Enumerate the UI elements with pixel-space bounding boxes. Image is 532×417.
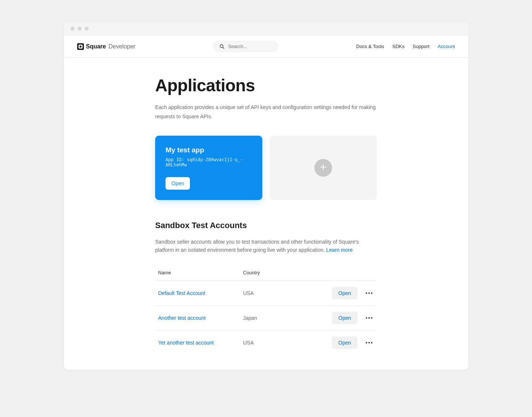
search-wrap xyxy=(143,41,349,52)
app-card-name: My test app xyxy=(166,146,252,154)
sandbox-title: Sandbox Test Accounts xyxy=(155,221,377,230)
more-icon[interactable] xyxy=(364,340,374,345)
add-app-card[interactable] xyxy=(270,136,377,200)
app-open-button[interactable]: Open xyxy=(166,177,190,190)
add-circle xyxy=(314,159,332,177)
traffic-light-close[interactable] xyxy=(71,27,75,31)
page-description: Each application provides a unique set o… xyxy=(155,103,377,121)
table-row: Another test account Japan Open xyxy=(155,306,377,330)
brand-name: Square xyxy=(86,43,106,50)
search-input[interactable] xyxy=(228,44,272,49)
square-logo-icon xyxy=(77,43,84,50)
app-card[interactable]: My test app App ID: sq0idp-Z80wvacIjI-q_… xyxy=(155,136,262,200)
account-name-link[interactable]: Default Test Account xyxy=(158,290,205,296)
col-header-country: Country xyxy=(243,270,317,275)
brand[interactable]: Square Developer xyxy=(77,43,136,50)
svg-rect-2 xyxy=(79,45,81,47)
account-open-button[interactable]: Open xyxy=(332,336,358,349)
more-icon[interactable] xyxy=(364,291,374,295)
traffic-light-zoom[interactable] xyxy=(85,27,89,31)
search-icon xyxy=(219,44,224,49)
account-country: USA xyxy=(243,290,254,296)
col-header-name: Name xyxy=(158,270,243,275)
account-name-link[interactable]: Yet another test account xyxy=(158,340,214,346)
nav-account[interactable]: Account xyxy=(438,44,455,49)
content: Applications Each application provides a… xyxy=(64,58,468,370)
more-icon[interactable] xyxy=(364,316,374,320)
app-cards-row: My test app App ID: sq0idp-Z80wvacIjI-q_… xyxy=(155,136,377,200)
table-header-row: Name Country xyxy=(155,265,377,281)
table-row: Default Test Account USA Open xyxy=(155,281,377,306)
browser-window: Square Developer Docs & Tools SDKs Suppo… xyxy=(64,22,468,370)
nav-support[interactable]: Support xyxy=(413,44,430,49)
content-inner: Applications Each application provides a… xyxy=(155,75,377,355)
brand-sub: Developer xyxy=(109,43,136,50)
header-nav: Docs & Tools SDKs Support Account xyxy=(356,44,455,49)
svg-line-4 xyxy=(223,47,224,48)
plus-icon xyxy=(320,163,327,172)
sandbox-description: Sandbox seller accounts allow you to tes… xyxy=(155,238,377,254)
learn-more-link[interactable]: Learn more xyxy=(326,247,353,253)
table-row: Yet another test account USA Open xyxy=(155,330,377,355)
accounts-table: Name Country Default Test Account USA Op… xyxy=(155,265,377,355)
traffic-light-minimize[interactable] xyxy=(78,27,82,31)
account-name-link[interactable]: Another test account xyxy=(158,315,205,321)
nav-sdks[interactable]: SDKs xyxy=(392,44,405,49)
page-title: Applications xyxy=(155,75,377,95)
search-box[interactable] xyxy=(213,41,279,52)
account-open-button[interactable]: Open xyxy=(332,287,358,299)
browser-titlebar xyxy=(64,22,468,35)
account-country: Japan xyxy=(243,315,257,321)
nav-docs[interactable]: Docs & Tools xyxy=(356,44,384,49)
app-card-id: App ID: sq0idp-Z80wvacIjI-q_-ARLhehMw xyxy=(166,157,252,167)
header: Square Developer Docs & Tools SDKs Suppo… xyxy=(64,35,468,58)
account-country: USA xyxy=(243,340,254,346)
account-open-button[interactable]: Open xyxy=(332,312,358,324)
